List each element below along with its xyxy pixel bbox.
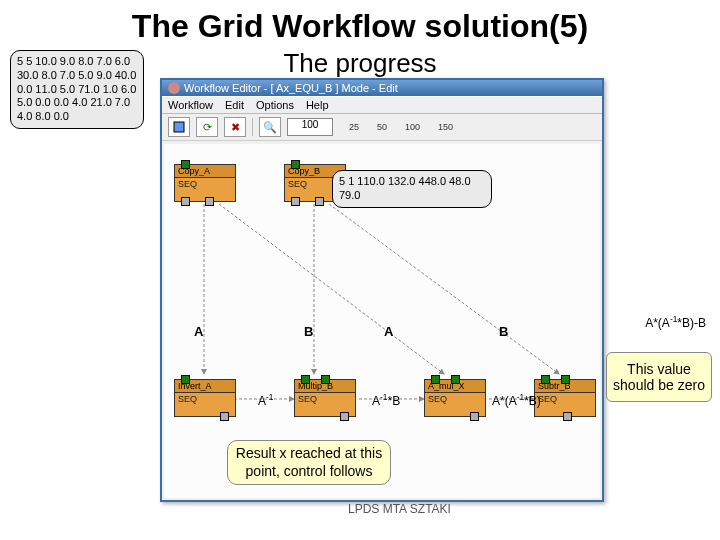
menu-options[interactable]: Options xyxy=(256,99,294,111)
scale-150: 150 xyxy=(438,122,453,132)
node-a-mul-x-sub: SEQ xyxy=(425,393,485,405)
label-a2: A xyxy=(384,324,393,339)
node-invert-a[interactable]: Invert_A SEQ xyxy=(174,379,236,417)
zero-callout: This value should be zero xyxy=(606,352,712,402)
delete-button[interactable]: ✖ xyxy=(224,117,246,137)
label-b: B xyxy=(304,324,313,339)
slide-subtitle: The progress xyxy=(283,48,436,79)
menu-workflow[interactable]: Workflow xyxy=(168,99,213,111)
node-subtr-b-sub: SEQ xyxy=(535,393,595,405)
node-copy-a[interactable]: Copy_A SEQ xyxy=(174,164,236,202)
node-multip-b-sub: SEQ xyxy=(295,393,355,405)
menubar: Workflow Edit Options Help xyxy=(162,96,602,114)
workflow-editor-window: Workflow Editor - [ Ax_EQU_B ] Mode - Ed… xyxy=(160,78,604,502)
label-a: A xyxy=(194,324,203,339)
zoom-input[interactable]: 100 xyxy=(287,118,333,136)
node-subtr-b[interactable]: Subtr_B SEQ xyxy=(534,379,596,417)
refresh-button[interactable]: ⟳ xyxy=(196,117,218,137)
matrix-a-callout: 5 5 10.0 9.0 8.0 7.0 6.0 30.0 8.0 7.0 5.… xyxy=(10,50,144,129)
window-title: Workflow Editor - [ Ax_EQU_B ] Mode - Ed… xyxy=(184,82,398,94)
label-eq-right: A*(A-1*B)-B xyxy=(645,314,706,330)
result-callout: Result x reached at this point, control … xyxy=(227,440,391,485)
label-ainv: A-1 xyxy=(258,392,273,408)
label-a-ainvb: A*(A-1*B) xyxy=(492,392,541,408)
scale-50: 50 xyxy=(377,122,387,132)
node-a-mul-x[interactable]: A_mul_X SEQ xyxy=(424,379,486,417)
node-copy-a-sub: SEQ xyxy=(175,178,235,190)
window-titlebar: Workflow Editor - [ Ax_EQU_B ] Mode - Ed… xyxy=(162,80,602,96)
save-button[interactable] xyxy=(168,117,190,137)
menu-edit[interactable]: Edit xyxy=(225,99,244,111)
matrix-b-callout: 5 1 110.0 132.0 448.0 48.0 79.0 xyxy=(332,170,492,208)
node-invert-a-sub: SEQ xyxy=(175,393,235,405)
java-icon xyxy=(168,82,180,94)
label-b2: B xyxy=(499,324,508,339)
footer-text: LPDS MTA SZTAKI xyxy=(348,502,451,516)
node-multip-b[interactable]: Multip_B SEQ xyxy=(294,379,356,417)
svg-rect-0 xyxy=(174,122,184,132)
toolbar: ⟳ ✖ 🔍 100 25 50 100 150 xyxy=(162,114,602,141)
scale-25: 25 xyxy=(349,122,359,132)
menu-help[interactable]: Help xyxy=(306,99,329,111)
slide-title: The Grid Workflow solution(5) xyxy=(0,8,720,45)
zoom-out-button[interactable]: 🔍 xyxy=(259,117,281,137)
scale-100: 100 xyxy=(405,122,420,132)
label-ainvb: A-1*B xyxy=(372,392,400,408)
